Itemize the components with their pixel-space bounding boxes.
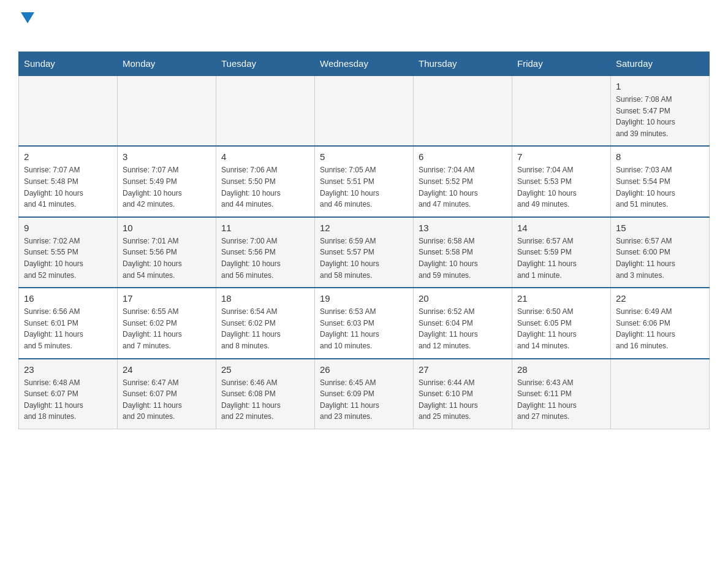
calendar-cell: 1Sunrise: 7:08 AMSunset: 5:47 PMDaylight… <box>611 75 710 146</box>
day-number: 19 <box>320 293 408 304</box>
day-number: 13 <box>419 223 507 233</box>
day-info: Sunrise: 7:07 AMSunset: 5:49 PMDaylight:… <box>123 164 211 210</box>
weekday-header-thursday: Thursday <box>414 52 512 76</box>
calendar-week-row: 2Sunrise: 7:07 AMSunset: 5:48 PMDaylight… <box>19 146 710 216</box>
day-number: 2 <box>24 151 112 162</box>
calendar-cell: 27Sunrise: 6:44 AMSunset: 6:10 PMDayligh… <box>414 359 512 429</box>
calendar-cell: 12Sunrise: 6:59 AMSunset: 5:57 PMDayligh… <box>315 217 414 288</box>
day-info: Sunrise: 7:02 AMSunset: 5:55 PMDaylight:… <box>24 236 112 281</box>
day-number: 24 <box>123 364 211 375</box>
day-info: Sunrise: 7:03 AMSunset: 5:54 PMDaylight:… <box>616 164 704 210</box>
day-number: 7 <box>517 151 605 162</box>
calendar-cell: 25Sunrise: 6:46 AMSunset: 6:08 PMDayligh… <box>216 359 315 429</box>
calendar-cell: 17Sunrise: 6:55 AMSunset: 6:02 PMDayligh… <box>118 288 216 358</box>
day-number: 5 <box>320 151 408 162</box>
day-info: Sunrise: 6:44 AMSunset: 6:10 PMDaylight:… <box>419 377 507 423</box>
calendar-week-row: 23Sunrise: 6:48 AMSunset: 6:07 PMDayligh… <box>19 359 710 429</box>
day-number: 15 <box>616 223 704 233</box>
day-number: 4 <box>221 151 309 162</box>
logo-arrow-icon <box>21 12 34 23</box>
calendar-cell <box>611 359 710 429</box>
day-info: Sunrise: 6:56 AMSunset: 6:01 PMDaylight:… <box>24 306 112 351</box>
day-number: 14 <box>517 223 605 233</box>
day-number: 28 <box>517 364 605 375</box>
day-number: 3 <box>123 151 211 162</box>
day-number: 10 <box>123 223 211 233</box>
calendar-cell: 22Sunrise: 6:49 AMSunset: 6:06 PMDayligh… <box>611 288 710 358</box>
calendar-cell <box>19 75 118 146</box>
calendar-cell: 20Sunrise: 6:52 AMSunset: 6:04 PMDayligh… <box>414 288 512 358</box>
weekday-header-monday: Monday <box>118 52 216 76</box>
calendar-week-row: 16Sunrise: 6:56 AMSunset: 6:01 PMDayligh… <box>19 288 710 358</box>
day-info: Sunrise: 7:06 AMSunset: 5:50 PMDaylight:… <box>221 164 309 210</box>
day-number: 21 <box>517 293 605 304</box>
weekday-header-friday: Friday <box>512 52 611 76</box>
calendar-table: SundayMondayTuesdayWednesdayThursdayFrid… <box>18 52 710 429</box>
day-number: 12 <box>320 223 408 233</box>
calendar-cell: 3Sunrise: 7:07 AMSunset: 5:49 PMDaylight… <box>118 146 216 216</box>
calendar-cell: 14Sunrise: 6:57 AMSunset: 5:59 PMDayligh… <box>512 217 611 288</box>
calendar-week-row: 9Sunrise: 7:02 AMSunset: 5:55 PMDaylight… <box>19 217 710 288</box>
day-number: 6 <box>419 151 507 162</box>
weekday-header-wednesday: Wednesday <box>315 52 414 76</box>
calendar-cell <box>216 75 315 146</box>
day-number: 18 <box>221 293 309 304</box>
day-number: 25 <box>221 364 309 375</box>
weekday-header-sunday: Sunday <box>19 52 118 76</box>
calendar-cell <box>414 75 512 146</box>
calendar-cell: 4Sunrise: 7:06 AMSunset: 5:50 PMDaylight… <box>216 146 315 216</box>
calendar-cell: 5Sunrise: 7:05 AMSunset: 5:51 PMDaylight… <box>315 146 414 216</box>
calendar-cell: 23Sunrise: 6:48 AMSunset: 6:07 PMDayligh… <box>19 359 118 429</box>
day-number: 16 <box>24 293 112 304</box>
day-number: 20 <box>419 293 507 304</box>
calendar-cell: 19Sunrise: 6:53 AMSunset: 6:03 PMDayligh… <box>315 288 414 358</box>
day-info: Sunrise: 6:45 AMSunset: 6:09 PMDaylight:… <box>320 377 408 423</box>
day-number: 9 <box>24 223 112 233</box>
calendar-cell: 21Sunrise: 6:50 AMSunset: 6:05 PMDayligh… <box>512 288 611 358</box>
calendar-cell: 2Sunrise: 7:07 AMSunset: 5:48 PMDaylight… <box>19 146 118 216</box>
day-info: Sunrise: 6:46 AMSunset: 6:08 PMDaylight:… <box>221 377 309 423</box>
day-info: Sunrise: 6:48 AMSunset: 6:07 PMDaylight:… <box>24 377 112 423</box>
day-info: Sunrise: 6:59 AMSunset: 5:57 PMDaylight:… <box>320 236 408 281</box>
calendar-cell: 10Sunrise: 7:01 AMSunset: 5:56 PMDayligh… <box>118 217 216 288</box>
weekday-header-saturday: Saturday <box>611 52 710 76</box>
calendar-cell: 11Sunrise: 7:00 AMSunset: 5:56 PMDayligh… <box>216 217 315 288</box>
calendar-cell: 8Sunrise: 7:03 AMSunset: 5:54 PMDaylight… <box>611 146 710 216</box>
day-info: Sunrise: 6:47 AMSunset: 6:07 PMDaylight:… <box>123 377 211 423</box>
day-info: Sunrise: 6:57 AMSunset: 5:59 PMDaylight:… <box>517 236 605 281</box>
day-number: 27 <box>419 364 507 375</box>
day-info: Sunrise: 6:55 AMSunset: 6:02 PMDaylight:… <box>123 306 211 351</box>
calendar-cell: 26Sunrise: 6:45 AMSunset: 6:09 PMDayligh… <box>315 359 414 429</box>
calendar-cell <box>512 75 611 146</box>
calendar-cell: 16Sunrise: 6:56 AMSunset: 6:01 PMDayligh… <box>19 288 118 358</box>
day-info: Sunrise: 7:07 AMSunset: 5:48 PMDaylight:… <box>24 164 112 210</box>
page-header <box>18 12 710 42</box>
day-info: Sunrise: 7:08 AMSunset: 5:47 PMDaylight:… <box>616 94 704 139</box>
day-info: Sunrise: 7:00 AMSunset: 5:56 PMDaylight:… <box>221 236 309 281</box>
day-number: 22 <box>616 293 704 304</box>
weekday-header-tuesday: Tuesday <box>216 52 315 76</box>
day-info: Sunrise: 7:01 AMSunset: 5:56 PMDaylight:… <box>123 236 211 281</box>
calendar-cell: 9Sunrise: 7:02 AMSunset: 5:55 PMDaylight… <box>19 217 118 288</box>
day-number: 26 <box>320 364 408 375</box>
logo <box>18 12 39 42</box>
svg-marker-0 <box>21 12 34 23</box>
calendar-cell <box>118 75 216 146</box>
day-info: Sunrise: 6:54 AMSunset: 6:02 PMDaylight:… <box>221 306 309 351</box>
calendar-cell: 6Sunrise: 7:04 AMSunset: 5:52 PMDaylight… <box>414 146 512 216</box>
calendar-cell: 18Sunrise: 6:54 AMSunset: 6:02 PMDayligh… <box>216 288 315 358</box>
calendar-cell <box>315 75 414 146</box>
day-info: Sunrise: 7:05 AMSunset: 5:51 PMDaylight:… <box>320 164 408 210</box>
calendar-cell: 13Sunrise: 6:58 AMSunset: 5:58 PMDayligh… <box>414 217 512 288</box>
calendar-cell: 7Sunrise: 7:04 AMSunset: 5:53 PMDaylight… <box>512 146 611 216</box>
day-number: 11 <box>221 223 309 233</box>
day-info: Sunrise: 6:43 AMSunset: 6:11 PMDaylight:… <box>517 377 605 423</box>
weekday-header-row: SundayMondayTuesdayWednesdayThursdayFrid… <box>19 52 710 76</box>
calendar-cell: 28Sunrise: 6:43 AMSunset: 6:11 PMDayligh… <box>512 359 611 429</box>
day-info: Sunrise: 6:49 AMSunset: 6:06 PMDaylight:… <box>616 306 704 351</box>
day-info: Sunrise: 6:58 AMSunset: 5:58 PMDaylight:… <box>419 236 507 281</box>
day-info: Sunrise: 6:57 AMSunset: 6:00 PMDaylight:… <box>616 236 704 281</box>
day-number: 17 <box>123 293 211 304</box>
calendar-cell: 15Sunrise: 6:57 AMSunset: 6:00 PMDayligh… <box>611 217 710 288</box>
day-number: 8 <box>616 151 704 162</box>
